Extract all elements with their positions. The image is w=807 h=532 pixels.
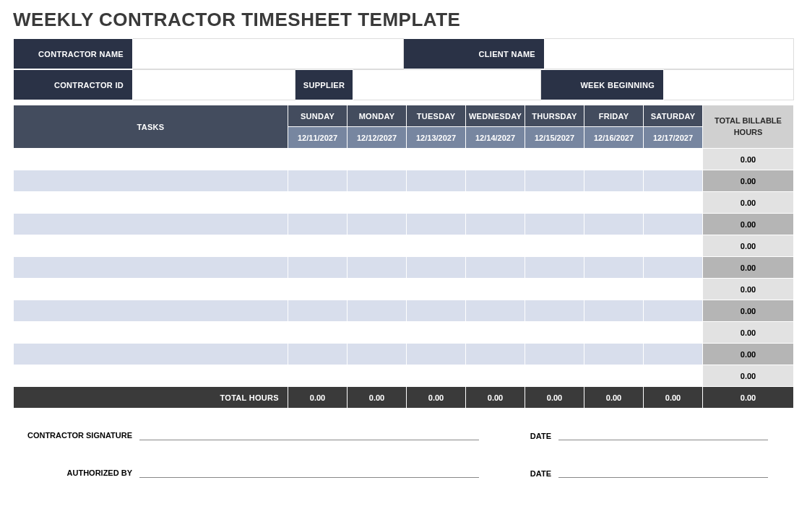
hours-cell[interactable]	[407, 365, 466, 387]
hours-cell[interactable]	[525, 279, 584, 300]
hours-cell[interactable]	[348, 365, 407, 387]
hours-cell[interactable]	[584, 235, 644, 257]
hours-cell[interactable]	[584, 300, 644, 322]
hours-cell[interactable]	[348, 300, 407, 322]
hours-cell[interactable]	[466, 279, 525, 300]
hours-cell[interactable]	[348, 279, 407, 300]
task-cell[interactable]	[14, 170, 288, 192]
hours-cell[interactable]	[407, 170, 466, 192]
hours-cell[interactable]	[644, 214, 703, 235]
task-cell[interactable]	[14, 149, 288, 170]
hours-cell[interactable]	[348, 214, 407, 235]
hours-cell[interactable]	[644, 149, 703, 170]
hours-cell[interactable]	[525, 170, 584, 192]
week-beginning-field[interactable]	[664, 70, 794, 100]
hours-cell[interactable]	[466, 170, 525, 192]
day-date-3: 12/14/2027	[466, 127, 525, 149]
supplier-field[interactable]	[353, 70, 541, 100]
authorized-date-line[interactable]	[558, 462, 768, 478]
hours-cell[interactable]	[525, 322, 584, 344]
hours-cell[interactable]	[584, 257, 644, 279]
hours-cell[interactable]	[288, 279, 348, 300]
hours-cell[interactable]	[644, 344, 703, 365]
hours-cell[interactable]	[348, 149, 407, 170]
hours-cell[interactable]	[407, 322, 466, 344]
hours-cell[interactable]	[348, 257, 407, 279]
contractor-name-field[interactable]	[133, 39, 404, 69]
hours-cell[interactable]	[288, 344, 348, 365]
hours-cell[interactable]	[466, 192, 525, 214]
hours-cell[interactable]	[466, 300, 525, 322]
hours-cell[interactable]	[288, 322, 348, 344]
task-cell[interactable]	[14, 322, 288, 344]
hours-cell[interactable]	[407, 279, 466, 300]
task-cell[interactable]	[14, 365, 288, 387]
hours-cell[interactable]	[584, 149, 644, 170]
hours-cell[interactable]	[407, 214, 466, 235]
task-cell[interactable]	[14, 344, 288, 365]
hours-cell[interactable]	[525, 214, 584, 235]
contractor-date-line[interactable]	[558, 424, 768, 440]
hours-cell[interactable]	[644, 300, 703, 322]
hours-cell[interactable]	[466, 235, 525, 257]
contractor-signature-line[interactable]	[139, 424, 479, 440]
hours-cell[interactable]	[288, 214, 348, 235]
hours-cell[interactable]	[288, 257, 348, 279]
hours-cell[interactable]	[644, 257, 703, 279]
hours-cell[interactable]	[644, 192, 703, 214]
hours-cell[interactable]	[288, 149, 348, 170]
hours-cell[interactable]	[288, 365, 348, 387]
task-cell[interactable]	[14, 300, 288, 322]
hours-cell[interactable]	[348, 344, 407, 365]
task-cell[interactable]	[14, 279, 288, 300]
hours-cell[interactable]	[348, 322, 407, 344]
hours-cell[interactable]	[584, 192, 644, 214]
hours-cell[interactable]	[525, 235, 584, 257]
client-name-label: CLIENT NAME	[404, 39, 545, 69]
hours-cell[interactable]	[466, 344, 525, 365]
client-name-field[interactable]	[545, 39, 794, 69]
hours-cell[interactable]	[644, 365, 703, 387]
hours-cell[interactable]	[407, 235, 466, 257]
hours-cell[interactable]	[525, 192, 584, 214]
hours-cell[interactable]	[584, 279, 644, 300]
hours-cell[interactable]	[466, 149, 525, 170]
hours-cell[interactable]	[407, 257, 466, 279]
hours-cell[interactable]	[288, 192, 348, 214]
hours-cell[interactable]	[644, 322, 703, 344]
hours-cell[interactable]	[348, 170, 407, 192]
hours-cell[interactable]	[407, 300, 466, 322]
hours-cell[interactable]	[407, 149, 466, 170]
hours-cell[interactable]	[288, 170, 348, 192]
hours-cell[interactable]	[407, 344, 466, 365]
task-cell[interactable]	[14, 192, 288, 214]
hours-cell[interactable]	[348, 192, 407, 214]
hours-cell[interactable]	[525, 300, 584, 322]
hours-cell[interactable]	[584, 344, 644, 365]
task-cell[interactable]	[14, 214, 288, 235]
hours-cell[interactable]	[288, 300, 348, 322]
hours-cell[interactable]	[644, 170, 703, 192]
hours-cell[interactable]	[466, 322, 525, 344]
hours-cell[interactable]	[584, 170, 644, 192]
authorized-by-line[interactable]	[139, 462, 479, 478]
hours-cell[interactable]	[525, 365, 584, 387]
hours-cell[interactable]	[466, 365, 525, 387]
hours-cell[interactable]	[525, 344, 584, 365]
hours-cell[interactable]	[348, 235, 407, 257]
hours-cell[interactable]	[525, 257, 584, 279]
hours-cell[interactable]	[466, 257, 525, 279]
hours-cell[interactable]	[407, 192, 466, 214]
tasks-header: TASKS	[14, 105, 288, 149]
hours-cell[interactable]	[466, 214, 525, 235]
hours-cell[interactable]	[288, 235, 348, 257]
contractor-id-field[interactable]	[133, 70, 295, 100]
task-cell[interactable]	[14, 257, 288, 279]
hours-cell[interactable]	[584, 365, 644, 387]
hours-cell[interactable]	[584, 214, 644, 235]
task-cell[interactable]	[14, 235, 288, 257]
hours-cell[interactable]	[644, 279, 703, 300]
hours-cell[interactable]	[584, 322, 644, 344]
hours-cell[interactable]	[525, 149, 584, 170]
hours-cell[interactable]	[644, 235, 703, 257]
